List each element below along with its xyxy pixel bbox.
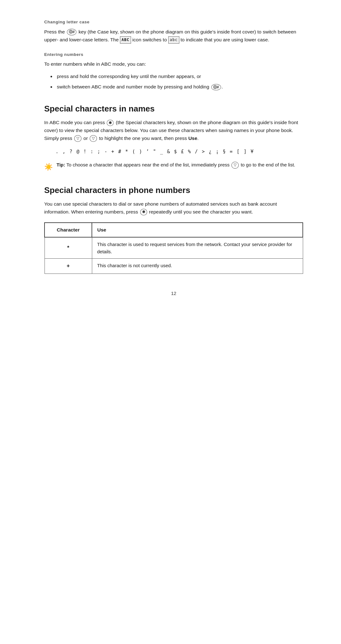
special-chars-phone-paragraph: You can use special characters to dial o… — [44, 200, 303, 216]
page-number: 12 — [44, 290, 303, 297]
use-plus: This character is not currently used. — [92, 259, 303, 274]
col-header-use: Use — [92, 223, 303, 237]
special-chars-names-title: Special characters in names — [44, 102, 303, 115]
table-header-row: Character Use — [45, 223, 303, 237]
tip-content: Tip: To choose a character that appears … — [57, 161, 295, 169]
text-end: to indicate that you are using lower cas… — [181, 37, 269, 42]
special-chars-names-paragraph: In ABC mode you can press ✱ (the Special… — [44, 119, 303, 142]
char-plus: + — [45, 259, 92, 274]
entering-numbers-list: press and hold the corresponding key unt… — [44, 73, 303, 91]
table-body: * This character is used to request serv… — [45, 237, 303, 274]
abc-lower-icon: abc — [168, 36, 179, 44]
special-chars-phone-section: Special characters in phone numbers You … — [44, 184, 303, 274]
bullet-item-2: switch between ABC mode and number mode … — [56, 83, 303, 91]
special-chars-table: Character Use * This character is used t… — [44, 222, 303, 274]
special-chars-phone-title: Special characters in phone numbers — [44, 184, 303, 196]
special-chars-key-icon: ✱ — [107, 120, 114, 126]
use-asterisk: This character is used to request servic… — [92, 237, 303, 259]
special-chars-names-section: Special characters in names In ABC mode … — [44, 102, 303, 172]
text-before-key: Press the — [44, 29, 65, 34]
special-chars-phone-key-icon: ✱ — [140, 209, 147, 215]
abc-upper-icon: ABC — [120, 36, 131, 44]
tip-label: Tip: — [57, 162, 65, 167]
changing-letter-case-paragraph: Press the Ⓞ# key (the Case key, shown on… — [44, 28, 303, 44]
entering-numbers-heading: Entering numbers — [44, 51, 303, 58]
col-header-character: Character — [45, 223, 92, 237]
char-asterisk: * — [45, 237, 92, 259]
changing-letter-case-section: Changing letter case Press the Ⓞ# key (t… — [44, 19, 303, 44]
changing-letter-case-heading: Changing letter case — [44, 19, 303, 26]
tip-nav-arrow: ▽ — [231, 162, 239, 169]
table-row: + This character is not currently used. — [45, 259, 303, 274]
hash-key-icon-bullet: Ⓞ# — [211, 84, 221, 91]
entering-numbers-section: Entering numbers To enter numbers while … — [44, 51, 303, 91]
nav-up-arrow: ▽ — [74, 135, 81, 142]
tip-sun-icon: ☀️ — [44, 162, 53, 172]
case-key-icon: Ⓞ# — [67, 29, 77, 35]
entering-numbers-intro: To enter numbers while in ABC mode, you … — [44, 60, 303, 68]
text-after-abc: icon switches to — [132, 37, 168, 42]
use-bold-text: Use — [188, 135, 197, 141]
nav-down-arrow: ▽ — [90, 135, 97, 142]
special-chars-display: . , ? @ ! : ; - + # * ( ) ’ " _ & $ £ % … — [56, 148, 303, 155]
bullet-item-1: press and hold the corresponding key unt… — [56, 73, 303, 81]
table-row: * This character is used to request serv… — [45, 237, 303, 259]
tip-box: ☀️ Tip: To choose a character that appea… — [44, 161, 303, 172]
